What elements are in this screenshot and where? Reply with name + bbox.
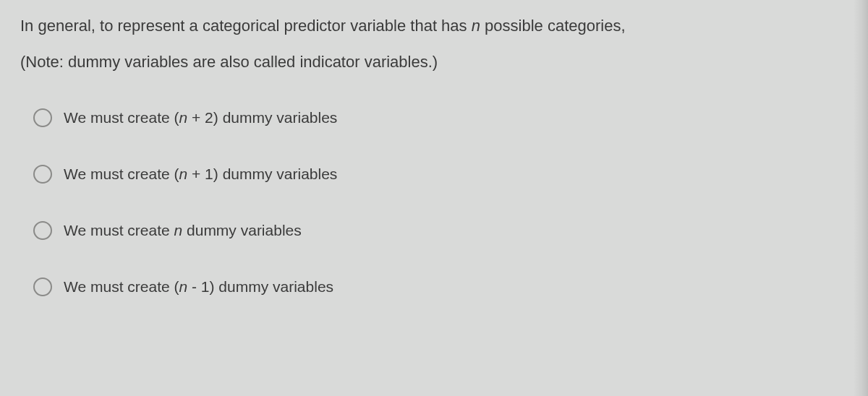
option-prefix: We must create ( bbox=[64, 278, 179, 295]
option-label: We must create (n - 1) dummy variables bbox=[64, 278, 333, 296]
option-prefix: We must create bbox=[64, 222, 174, 238]
option-3[interactable]: We must create n dummy variables bbox=[33, 221, 848, 240]
option-2[interactable]: We must create (n + 1) dummy variables bbox=[33, 165, 848, 184]
question-stem-suffix: possible categories, bbox=[480, 17, 626, 35]
option-suffix: + 1) dummy variables bbox=[187, 165, 337, 182]
radio-icon[interactable] bbox=[33, 221, 52, 240]
option-suffix: dummy variables bbox=[182, 222, 302, 238]
option-variable: n bbox=[179, 278, 188, 295]
option-variable: n bbox=[174, 222, 183, 238]
question-stem-prefix: In general, to represent a categorical p… bbox=[20, 17, 472, 35]
option-4[interactable]: We must create (n - 1) dummy variables bbox=[33, 277, 848, 296]
radio-icon[interactable] bbox=[33, 277, 52, 296]
option-prefix: We must create ( bbox=[64, 165, 179, 182]
option-prefix: We must create ( bbox=[64, 109, 179, 126]
option-label: We must create (n + 1) dummy variables bbox=[64, 165, 337, 183]
option-label: We must create (n + 2) dummy variables bbox=[64, 109, 337, 126]
options-group: We must create (n + 2) dummy variables W… bbox=[20, 108, 848, 296]
question-stem-variable: n bbox=[472, 17, 480, 35]
option-variable: n bbox=[179, 109, 188, 126]
radio-icon[interactable] bbox=[33, 165, 52, 184]
page-edge-shadow bbox=[854, 0, 868, 396]
option-variable: n bbox=[179, 165, 188, 182]
option-1[interactable]: We must create (n + 2) dummy variables bbox=[33, 108, 848, 127]
option-label: We must create n dummy variables bbox=[64, 222, 302, 239]
radio-icon[interactable] bbox=[33, 108, 52, 127]
option-suffix: - 1) dummy variables bbox=[187, 278, 333, 295]
question-note: (Note: dummy variables are also called i… bbox=[20, 51, 848, 74]
option-suffix: + 2) dummy variables bbox=[187, 109, 337, 126]
question-stem: In general, to represent a categorical p… bbox=[20, 14, 848, 38]
